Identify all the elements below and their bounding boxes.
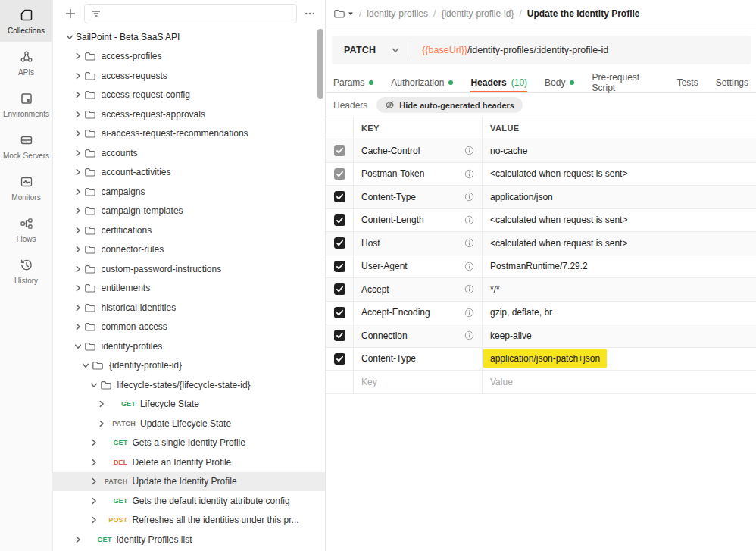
- chevron-right-icon[interactable]: [72, 245, 84, 254]
- collection-sailpoint-beta-saas-api[interactable]: SailPoint - Beta SaaS API: [53, 27, 325, 47]
- filter-collections-box[interactable]: [84, 4, 297, 23]
- chevron-right-icon[interactable]: [72, 303, 84, 312]
- chevron-right-icon[interactable]: [95, 399, 108, 409]
- folder-access-request-config[interactable]: access-request-config: [53, 86, 325, 105]
- folder-identity-profile-id[interactable]: {identity-profile-id}: [53, 356, 325, 376]
- new-key-input[interactable]: Key: [354, 371, 483, 393]
- request-delete-an-identity-profile[interactable]: DELDelete an Identity Profile: [53, 452, 325, 472]
- info-icon[interactable]: [464, 284, 474, 294]
- header-key-cell[interactable]: Content-Type: [354, 348, 483, 371]
- request-refreshes-all-the-identities-under-this-pr[interactable]: POSTRefreshes all the identities under t…: [53, 511, 325, 531]
- tab-headers[interactable]: Headers(10): [470, 72, 527, 92]
- tab-tests[interactable]: Tests: [677, 72, 698, 92]
- header-key-cell[interactable]: Connection: [354, 324, 483, 347]
- chevron-right-icon[interactable]: [72, 71, 84, 80]
- folder-access-profiles[interactable]: access-profiles: [53, 47, 325, 67]
- request-lifecycle-state[interactable]: GETLifecycle State: [53, 395, 325, 415]
- header-value-cell[interactable]: <calculated when request is sent>: [483, 163, 756, 186]
- header-key-cell[interactable]: Accept-Encoding: [354, 302, 483, 324]
- header-key-cell[interactable]: Accept: [354, 278, 483, 301]
- tab-params[interactable]: Params: [333, 72, 373, 92]
- request-gets-a-single-identity-profile[interactable]: GETGets a single Identity Profile: [53, 434, 325, 453]
- header-value-cell[interactable]: gzip, deflate, br: [483, 302, 756, 324]
- header-checkbox[interactable]: [334, 214, 345, 226]
- rail-item-apis[interactable]: APIs: [0, 42, 52, 83]
- folder-account-activities[interactable]: account-activities: [53, 163, 325, 183]
- header-checkbox[interactable]: [334, 330, 345, 341]
- folder-access-requests[interactable]: access-requests: [53, 66, 325, 86]
- folder-common-access[interactable]: common-access: [53, 318, 325, 337]
- method-select[interactable]: PATCH: [332, 45, 411, 55]
- header-checkbox[interactable]: [334, 283, 345, 295]
- tab-authorization[interactable]: Authorization: [391, 72, 453, 92]
- chevron-right-icon[interactable]: [88, 477, 100, 486]
- info-icon[interactable]: [464, 192, 474, 202]
- new-collection-button[interactable]: [64, 7, 77, 20]
- chevron-right-icon[interactable]: [88, 496, 100, 506]
- header-value-cell[interactable]: application/json: [483, 186, 756, 208]
- request-update-the-identity-profile[interactable]: PATCHUpdate the Identity Profile: [53, 472, 325, 492]
- header-checkbox[interactable]: [334, 307, 345, 318]
- chevron-right-icon[interactable]: [72, 52, 84, 61]
- collection-folder-toggle[interactable]: [333, 8, 354, 20]
- folder-custom-password-instructions[interactable]: custom-password-instructions: [53, 259, 325, 279]
- folder-access-request-approvals[interactable]: access-request-approvals: [53, 105, 325, 124]
- chevron-right-icon[interactable]: [72, 129, 84, 138]
- folder-entitlements[interactable]: entitlements: [53, 279, 325, 299]
- breadcrumb-segment-0[interactable]: identity-profiles: [367, 8, 428, 19]
- info-icon[interactable]: [464, 330, 474, 340]
- info-icon[interactable]: [464, 261, 474, 271]
- chevron-right-icon[interactable]: [88, 438, 100, 447]
- request-gets-the-default-identity-attribute-config[interactable]: GETGets the default identity attribute c…: [53, 491, 325, 511]
- folder-certifications[interactable]: certifications: [53, 221, 325, 240]
- chevron-right-icon[interactable]: [88, 515, 100, 524]
- chevron-right-icon[interactable]: [72, 206, 84, 215]
- header-value-cell[interactable]: <calculated when request is sent>: [483, 232, 756, 255]
- chevron-down-icon[interactable]: [72, 342, 84, 351]
- chevron-right-icon[interactable]: [72, 226, 84, 235]
- header-value-cell[interactable]: PostmanRuntime/7.29.2: [483, 255, 756, 278]
- url-input[interactable]: {{baseUrl}}/identity-profiles/:identity-…: [411, 45, 619, 55]
- chevron-right-icon[interactable]: [95, 419, 108, 428]
- chevron-right-icon[interactable]: [72, 265, 84, 274]
- folder-connector-rules[interactable]: connector-rules: [53, 240, 325, 260]
- header-checkbox[interactable]: [334, 145, 345, 156]
- rail-item-monitors[interactable]: Monitors: [0, 167, 52, 208]
- header-key-cell[interactable]: Host: [354, 232, 483, 255]
- header-key-cell[interactable]: Postman-Token: [354, 163, 483, 186]
- chevron-down-icon[interactable]: [64, 33, 76, 42]
- header-key-cell[interactable]: Content-Length: [354, 209, 483, 232]
- header-checkbox[interactable]: [334, 191, 345, 202]
- chevron-right-icon[interactable]: [88, 458, 100, 467]
- header-value-cell[interactable]: no-cache: [483, 139, 756, 162]
- header-value-cell[interactable]: keep-alive: [483, 324, 756, 347]
- info-icon[interactable]: [464, 308, 474, 318]
- chevron-right-icon[interactable]: [72, 535, 84, 544]
- request-update-lifecycle-state[interactable]: PATCHUpdate Lifecycle State: [53, 414, 325, 434]
- rail-item-collections[interactable]: Collections: [0, 0, 52, 42]
- rail-item-mock-servers[interactable]: Mock Servers: [0, 125, 52, 167]
- header-value-cell[interactable]: <calculated when request is sent>: [483, 209, 756, 232]
- header-key-cell[interactable]: Content-Type: [354, 186, 483, 208]
- chevron-right-icon[interactable]: [72, 149, 84, 158]
- request-identity-profiles-list[interactable]: GETIdentity Profiles list: [53, 530, 325, 549]
- new-value-input[interactable]: Value: [483, 371, 756, 393]
- folder-historical-identities[interactable]: historical-identities: [53, 298, 325, 318]
- chevron-right-icon[interactable]: [72, 187, 84, 196]
- folder-accounts[interactable]: accounts: [53, 143, 325, 163]
- tab-body[interactable]: Body: [545, 72, 574, 92]
- chevron-right-icon[interactable]: [72, 90, 84, 99]
- filter-collections-input[interactable]: [106, 8, 290, 19]
- tab-pre-request-script[interactable]: Pre-request Script: [592, 72, 659, 92]
- rail-item-history[interactable]: History: [0, 250, 52, 292]
- header-key-cell[interactable]: User-Agent: [354, 255, 483, 278]
- chevron-right-icon[interactable]: [72, 167, 84, 177]
- tree-scrollbar[interactable]: [317, 29, 323, 99]
- info-icon[interactable]: [464, 169, 474, 179]
- header-checkbox[interactable]: [334, 168, 345, 180]
- header-value-cell[interactable]: application/json-patch+json: [483, 348, 756, 371]
- chevron-right-icon[interactable]: [72, 283, 84, 293]
- header-value-cell[interactable]: */*: [483, 278, 756, 301]
- folder-identity-profiles[interactable]: identity-profiles: [53, 337, 325, 356]
- folder-campaign-templates[interactable]: campaign-templates: [53, 202, 325, 221]
